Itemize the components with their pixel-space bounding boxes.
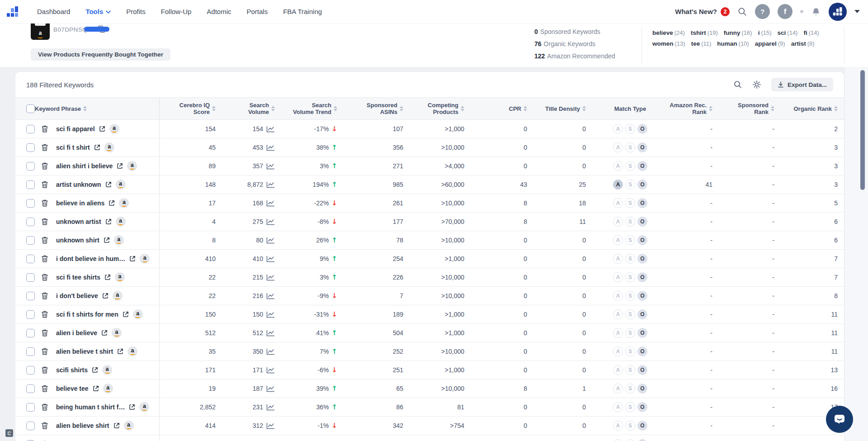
external-link-icon[interactable] bbox=[105, 218, 112, 225]
column-header-cerebro-iq-score[interactable]: Cerebro IQ Score bbox=[160, 98, 217, 119]
trash-icon[interactable] bbox=[41, 310, 48, 318]
whats-new-link[interactable]: What's New? 2 bbox=[675, 7, 730, 16]
amazon-icon[interactable]: a bbox=[127, 161, 137, 171]
external-link-icon[interactable] bbox=[129, 256, 136, 262]
frequent-word-tag[interactable]: believe(24) bbox=[652, 29, 685, 36]
account-chevron-down-icon[interactable] bbox=[854, 10, 860, 13]
external-link-icon[interactable] bbox=[99, 126, 105, 132]
trash-icon[interactable] bbox=[41, 162, 48, 170]
external-link-icon[interactable] bbox=[113, 422, 120, 429]
row-checkbox[interactable] bbox=[26, 403, 35, 412]
amazon-icon[interactable]: a bbox=[139, 402, 149, 412]
chat-widget-button[interactable] bbox=[826, 406, 853, 433]
vertical-scrollbar-thumb[interactable] bbox=[860, 70, 865, 190]
trash-icon[interactable] bbox=[41, 180, 48, 189]
trash-icon[interactable] bbox=[41, 403, 48, 411]
facebook-icon[interactable]: f bbox=[778, 4, 793, 19]
frequent-word-tag[interactable]: artist(8) bbox=[791, 40, 815, 47]
notifications-bell-icon[interactable] bbox=[811, 7, 821, 17]
column-header-keyword-phrase[interactable]: Keyword Phrase bbox=[35, 105, 87, 112]
row-checkbox[interactable] bbox=[26, 329, 35, 337]
amazon-icon[interactable]: a bbox=[104, 142, 114, 152]
help-icon[interactable]: ? bbox=[755, 4, 770, 19]
amazon-icon[interactable]: a bbox=[133, 309, 143, 319]
select-all-checkbox[interactable] bbox=[26, 104, 35, 113]
external-link-icon[interactable] bbox=[129, 404, 135, 410]
trash-icon[interactable] bbox=[41, 236, 48, 244]
trash-icon[interactable] bbox=[41, 422, 48, 430]
nav-item-adtomic[interactable]: Adtomic bbox=[207, 8, 231, 15]
amazon-icon[interactable]: a bbox=[113, 291, 123, 301]
amazon-icon[interactable]: a bbox=[127, 346, 137, 356]
trash-icon[interactable] bbox=[41, 329, 48, 337]
sparkline-chart-icon[interactable] bbox=[266, 163, 275, 170]
trash-icon[interactable] bbox=[41, 273, 48, 281]
column-header-search-volume[interactable]: Search Volume bbox=[217, 98, 277, 119]
product-image[interactable]: a bbox=[31, 21, 50, 40]
sparkline-chart-icon[interactable] bbox=[266, 181, 275, 188]
table-search-icon[interactable] bbox=[733, 80, 742, 89]
nav-item-follow-up[interactable]: Follow-Up bbox=[161, 8, 192, 15]
sparkline-chart-icon[interactable] bbox=[266, 293, 275, 299]
row-checkbox[interactable] bbox=[26, 255, 35, 263]
row-checkbox[interactable] bbox=[26, 218, 35, 226]
nav-item-dashboard[interactable]: Dashboard bbox=[37, 8, 70, 15]
amazon-icon[interactable]: a bbox=[109, 124, 119, 134]
row-checkbox[interactable] bbox=[26, 162, 35, 171]
row-checkbox[interactable] bbox=[26, 236, 35, 245]
trash-icon[interactable] bbox=[41, 347, 48, 356]
amazon-icon[interactable]: a bbox=[115, 272, 125, 282]
trash-icon[interactable] bbox=[41, 366, 48, 374]
row-checkbox[interactable] bbox=[26, 366, 35, 375]
frequent-word-tag[interactable]: apparel(9) bbox=[755, 40, 785, 47]
sparkline-chart-icon[interactable] bbox=[266, 144, 275, 151]
frequent-word-tag[interactable]: fi(14) bbox=[803, 29, 819, 36]
row-checkbox[interactable] bbox=[26, 125, 35, 133]
sparkline-chart-icon[interactable] bbox=[266, 274, 275, 281]
external-link-icon[interactable] bbox=[101, 330, 108, 336]
amazon-icon[interactable]: a bbox=[119, 198, 129, 208]
sparkline-chart-icon[interactable] bbox=[266, 422, 275, 429]
amazon-icon[interactable]: a bbox=[124, 421, 134, 431]
nav-item-tools[interactable]: Tools bbox=[85, 8, 111, 15]
nav-item-fba-training[interactable]: FBA Training bbox=[283, 8, 322, 15]
column-header-amazon-rec-rank[interactable]: Amazon Rec. Rank bbox=[669, 98, 727, 119]
view-fbt-button[interactable]: View Products Frequently Bought Together bbox=[31, 48, 170, 61]
amazon-icon[interactable]: a bbox=[112, 328, 122, 338]
sparkline-chart-icon[interactable] bbox=[266, 126, 275, 133]
amazon-icon[interactable]: a bbox=[140, 254, 150, 264]
sparkline-chart-icon[interactable] bbox=[266, 200, 275, 207]
external-link-icon[interactable] bbox=[108, 200, 115, 206]
amazon-icon[interactable]: a bbox=[103, 384, 113, 394]
frequent-word-tag[interactable]: tshirt(19) bbox=[691, 29, 718, 36]
external-link-icon[interactable] bbox=[123, 311, 129, 318]
column-header-competing-products[interactable]: Competing Products bbox=[409, 98, 470, 119]
search-icon[interactable] bbox=[737, 7, 747, 17]
sparkline-chart-icon[interactable] bbox=[266, 256, 275, 262]
frequent-word-tag[interactable]: tee(11) bbox=[691, 40, 712, 47]
trash-icon[interactable] bbox=[41, 199, 48, 207]
export-data-button[interactable]: Export Data... bbox=[771, 78, 833, 91]
nav-item-profits[interactable]: Profits bbox=[126, 8, 146, 15]
row-checkbox[interactable] bbox=[26, 292, 35, 300]
sparkline-chart-icon[interactable] bbox=[266, 218, 275, 225]
trash-icon[interactable] bbox=[41, 255, 48, 263]
amazon-icon[interactable]: a bbox=[102, 365, 112, 375]
frequent-word-tag[interactable]: human(10) bbox=[717, 40, 749, 47]
column-header-sponsored-asins[interactable]: Sponsored ASINs bbox=[344, 98, 409, 119]
row-checkbox[interactable] bbox=[26, 384, 35, 393]
row-checkbox[interactable] bbox=[26, 273, 35, 282]
sparkline-chart-icon[interactable] bbox=[266, 385, 275, 392]
table-settings-gear-icon[interactable] bbox=[752, 80, 761, 89]
account-avatar[interactable] bbox=[829, 3, 847, 21]
column-header-search-volume-trend[interactable]: Search Volume Trend bbox=[277, 98, 344, 119]
helium10-logo[interactable] bbox=[6, 6, 19, 17]
nav-item-portals[interactable]: Portals bbox=[247, 8, 268, 15]
column-header-cpr[interactable]: CPR bbox=[470, 98, 533, 119]
amazon-icon[interactable]: a bbox=[116, 217, 126, 227]
sparkline-chart-icon[interactable] bbox=[266, 237, 275, 244]
trash-icon[interactable] bbox=[41, 218, 48, 226]
external-link-icon[interactable] bbox=[117, 348, 123, 355]
frequent-word-tag[interactable]: sci(14) bbox=[778, 29, 798, 36]
sparkline-chart-icon[interactable] bbox=[266, 311, 275, 318]
